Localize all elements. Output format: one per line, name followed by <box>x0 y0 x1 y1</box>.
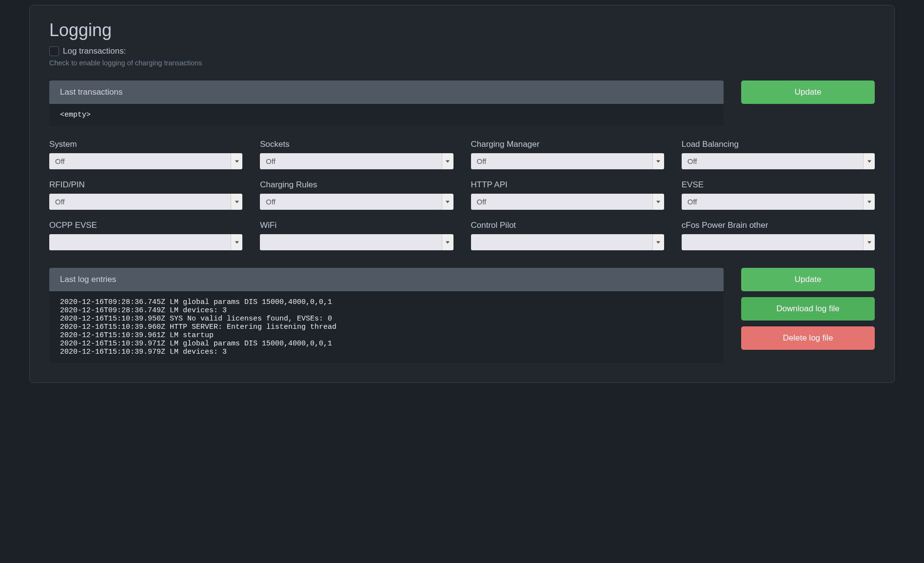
select-group-system: SystemOff <box>49 140 242 169</box>
select-label-control-pilot: Control Pilot <box>471 221 664 230</box>
select-label-charging-rules: Charging Rules <box>260 180 453 190</box>
select-value-charging-rules: Off <box>260 194 441 210</box>
select-value-rfid-pin: Off <box>49 194 231 210</box>
chevron-down-icon <box>442 234 453 250</box>
last-log-body[interactable]: 2020-12-16T09:28:36.745Z LM global param… <box>49 291 724 363</box>
select-group-http-api: HTTP APIOff <box>471 180 664 210</box>
last-log-header: Last log entries <box>49 268 724 291</box>
chevron-down-icon <box>652 234 664 250</box>
select-group-load-balancing: Load BalancingOff <box>682 140 875 169</box>
select-label-cfos-power-brain-other: cFos Power Brain other <box>682 221 875 230</box>
select-label-http-api: HTTP API <box>471 180 664 190</box>
log-transactions-help: Check to enable logging of charging tran… <box>49 59 875 67</box>
select-label-evse: EVSE <box>682 180 875 190</box>
select-label-load-balancing: Load Balancing <box>682 140 875 149</box>
update-transactions-button[interactable]: Update <box>741 80 875 104</box>
select-label-sockets: Sockets <box>260 140 453 149</box>
page-title: Logging <box>49 20 875 40</box>
log-transactions-label: Log transactions: <box>63 46 126 56</box>
last-transactions-panel: Last transactions <empty> <box>49 80 724 126</box>
select-rfid-pin[interactable]: Off <box>49 194 242 210</box>
last-log-panel: Last log entries 2020-12-16T09:28:36.745… <box>49 268 724 363</box>
select-value-load-balancing: Off <box>682 153 863 169</box>
select-label-charging-manager: Charging Manager <box>471 140 664 149</box>
chevron-down-icon <box>863 153 875 169</box>
select-group-cfos-power-brain-other: cFos Power Brain other <box>682 221 875 250</box>
download-log-button[interactable]: Download log file <box>741 297 875 321</box>
select-group-rfid-pin: RFID/PINOff <box>49 180 242 210</box>
select-group-evse: EVSEOff <box>682 180 875 210</box>
log-level-grid: SystemOffSocketsOffCharging ManagerOffLo… <box>49 140 875 250</box>
select-label-ocpp-evse: OCPP EVSE <box>49 221 242 230</box>
select-value-control-pilot <box>471 234 652 250</box>
select-value-system: Off <box>49 153 231 169</box>
select-group-wifi: WiFi <box>260 221 453 250</box>
chevron-down-icon <box>442 153 453 169</box>
last-transactions-header: Last transactions <box>49 80 724 104</box>
delete-log-button[interactable]: Delete log file <box>741 326 875 350</box>
select-group-sockets: SocketsOff <box>260 140 453 169</box>
chevron-down-icon <box>442 194 453 210</box>
select-cfos-power-brain-other[interactable] <box>682 234 875 250</box>
select-group-ocpp-evse: OCPP EVSE <box>49 221 242 250</box>
select-evse[interactable]: Off <box>682 194 875 210</box>
log-transactions-checkbox[interactable] <box>49 46 59 56</box>
select-label-rfid-pin: RFID/PIN <box>49 180 242 190</box>
select-label-wifi: WiFi <box>260 221 453 230</box>
select-control-pilot[interactable] <box>471 234 664 250</box>
chevron-down-icon <box>863 194 875 210</box>
select-group-charging-manager: Charging ManagerOff <box>471 140 664 169</box>
select-charging-rules[interactable]: Off <box>260 194 453 210</box>
select-value-wifi <box>260 234 441 250</box>
select-system[interactable]: Off <box>49 153 242 169</box>
select-label-system: System <box>49 140 242 149</box>
select-sockets[interactable]: Off <box>260 153 453 169</box>
chevron-down-icon <box>652 153 664 169</box>
chevron-down-icon <box>231 234 242 250</box>
select-group-charging-rules: Charging RulesOff <box>260 180 453 210</box>
update-log-button[interactable]: Update <box>741 268 875 291</box>
select-value-sockets: Off <box>260 153 441 169</box>
select-http-api[interactable]: Off <box>471 194 664 210</box>
chevron-down-icon <box>231 194 242 210</box>
select-value-ocpp-evse <box>49 234 231 250</box>
select-load-balancing[interactable]: Off <box>682 153 875 169</box>
select-value-cfos-power-brain-other <box>682 234 863 250</box>
log-transactions-row: Log transactions: <box>49 46 875 56</box>
chevron-down-icon <box>652 194 664 210</box>
select-ocpp-evse[interactable] <box>49 234 242 250</box>
chevron-down-icon <box>231 153 242 169</box>
select-group-control-pilot: Control Pilot <box>471 221 664 250</box>
logging-card: Logging Log transactions: Check to enabl… <box>29 5 895 383</box>
select-charging-manager[interactable]: Off <box>471 153 664 169</box>
select-value-charging-manager: Off <box>471 153 652 169</box>
select-wifi[interactable] <box>260 234 453 250</box>
last-transactions-body: <empty> <box>49 104 724 126</box>
select-value-http-api: Off <box>471 194 652 210</box>
chevron-down-icon <box>863 234 875 250</box>
select-value-evse: Off <box>682 194 863 210</box>
